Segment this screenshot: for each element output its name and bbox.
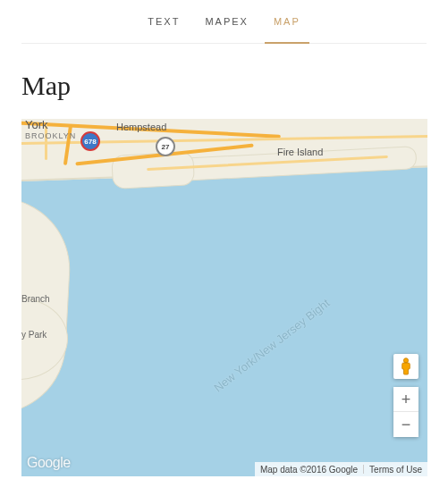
zoom-control: + − <box>393 387 418 437</box>
tab-text[interactable]: TEXT <box>148 16 180 43</box>
map-data-text: Map data ©2016 Google <box>260 465 358 475</box>
terms-link[interactable]: Terms of Use <box>369 465 422 475</box>
tabs: TEXT MAPEX MAP <box>21 0 427 44</box>
route-shield-27-icon: 27 <box>156 137 175 156</box>
svg-point-0 <box>403 358 408 363</box>
map-label-hempstead: Hempstead <box>116 122 166 132</box>
map-label-fire-island: Fire Island <box>277 147 323 157</box>
map[interactable]: 678 27 York BROOKLYN Hempstead Fire Isla… <box>21 119 427 476</box>
map-label-york: York <box>25 119 48 131</box>
route-shield-678-icon: 678 <box>80 131 100 151</box>
tab-mapex[interactable]: MAPEX <box>205 16 249 43</box>
streetview-pegman-button[interactable] <box>393 354 418 379</box>
map-label-ny-nj-bight: New York/New Jersey Bight <box>211 296 332 394</box>
page: TEXT MAPEX MAP Map 678 27 York BROOKLYN … <box>0 0 448 476</box>
page-title: Map <box>21 71 427 101</box>
map-label-park: y Park <box>21 330 46 340</box>
map-label-branch: Branch <box>21 294 50 304</box>
tab-map[interactable]: MAP <box>274 16 300 43</box>
map-attribution: Map data ©2016 Google Terms of Use <box>255 462 427 476</box>
zoom-out-button[interactable]: − <box>393 412 418 437</box>
divider <box>363 465 364 474</box>
pegman-icon <box>400 357 412 375</box>
map-label-brooklyn: BROOKLYN <box>25 131 76 140</box>
zoom-in-button[interactable]: + <box>393 387 418 412</box>
google-logo: Google <box>27 455 71 471</box>
